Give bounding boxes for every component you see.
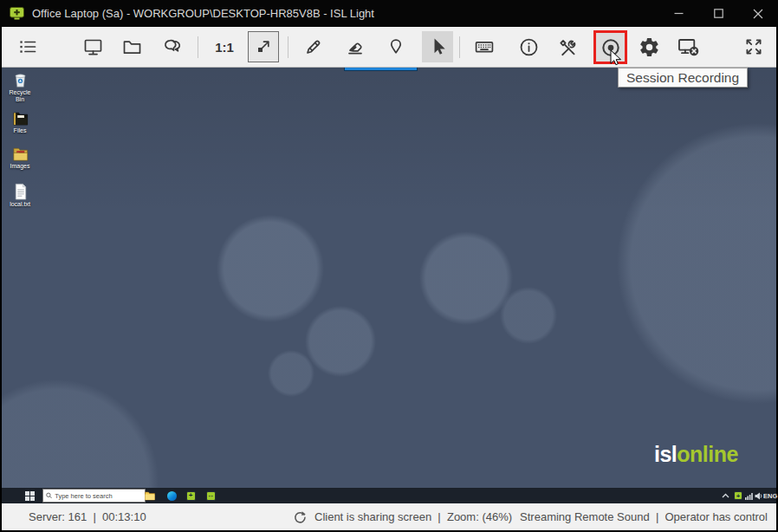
scale-1-1-button[interactable]: 1:1 [209,31,240,62]
islonline-logo-online: online [677,442,738,466]
fit-screen-icon [253,36,274,57]
fit-screen-button[interactable] [248,31,279,62]
cursor-arrow-icon [426,36,449,58]
folder-icon [121,36,143,57]
toolbar-separator [459,36,460,58]
toolbar-separator [198,36,198,58]
monitor-icon [82,36,104,57]
sync-icon [293,510,307,524]
maximize-icon [714,9,723,18]
close-icon [753,9,763,19]
pointer-pin-icon [386,36,406,57]
files-folder-icon [11,108,29,127]
taskbar-isl-light-icon[interactable]: + [185,490,196,501]
desktop-icon-label: Images [4,163,36,170]
images-folder-icon [11,144,29,162]
toolbar-separator [288,36,289,58]
eraser-icon [344,36,366,57]
status-server-timer: Server: 161 | 00:13:10 [29,503,146,530]
titlebar: Office Laptop (Sa) - WORKGROUP\DESKTOP-H… [0,0,778,27]
session-menu-button[interactable] [12,31,43,62]
chat-icon [161,36,184,57]
status-sharing-zoom: Client is sharing screen | Zoom: (46%) [293,503,512,530]
desktop-icon-recycle-bin[interactable]: Recycle Bin [4,70,36,103]
search-input[interactable] [55,492,142,500]
session-recording-tooltip: Session Recording [618,68,748,88]
settings-button[interactable] [633,31,665,62]
desktop-icon-files[interactable]: Files [4,108,36,134]
islonline-logo-isl: isl [654,442,677,466]
draw-button[interactable] [298,31,329,62]
minimize-icon [674,9,684,18]
remote-desktop-view[interactable]: Recycle Bin Files Images [2,68,776,488]
end-session-button[interactable] [673,31,704,62]
tray-network-icon[interactable] [745,488,753,503]
taskbar-edge-icon[interactable] [166,490,177,501]
tools-button[interactable] [552,31,583,62]
toolbar: 1:1 [2,27,776,68]
statusbar: Server: 161 | 00:13:10 Client is sharing… [2,503,776,530]
scale-1-1-label: 1:1 [215,40,234,55]
status-sharing-zoom-text: Client is sharing screen | Zoom: (46%) [314,503,512,530]
info-button[interactable] [513,31,544,62]
close-button[interactable] [738,0,778,27]
chat-button[interactable] [157,31,188,62]
remote-taskbar: + ↔ + ENG [2,488,776,503]
isl-light-app-icon [10,7,24,20]
tray-speaker-icon[interactable] [755,488,763,503]
keyboard-icon [472,36,496,57]
window-controls [658,0,778,27]
maximize-button[interactable] [698,0,738,27]
select-cursor-button[interactable] [422,31,453,62]
islonline-logo: islonline [654,441,738,467]
search-icon [46,492,52,499]
gear-icon [639,36,660,58]
desktop-icon-images[interactable]: Images [4,144,36,170]
status-sound-control: Streaming Remote Sound | Operator has co… [520,503,768,530]
monitors-button[interactable] [77,31,108,62]
text-file-icon [11,182,29,200]
session-list-icon [16,36,39,57]
taskbar-file-explorer-icon[interactable] [145,490,155,501]
erase-button[interactable] [340,31,371,62]
tray-language-indicator[interactable]: ENG [763,488,777,503]
mouse-pointer-icon [610,49,624,68]
windows-start-icon[interactable] [25,491,35,501]
pencil-icon [302,36,325,57]
desktop-icon-label: local.txt [4,201,36,208]
window-title: Office Laptop (Sa) - WORKGROUP\DESKTOP-H… [32,7,374,20]
fullscreen-button[interactable] [738,31,769,62]
desktop-icon-label: Files [4,127,36,134]
tray-isl-icon[interactable]: + [734,488,742,503]
tray-chevron-up-icon[interactable] [722,488,729,503]
taskbar-search-box[interactable] [42,489,146,503]
minimize-button[interactable] [658,0,698,27]
laser-pointer-button[interactable] [380,31,412,62]
isl-light-window: Office Laptop (Sa) - WORKGROUP\DESKTOP-H… [0,0,778,532]
keyboard-button[interactable] [469,31,500,62]
tools-icon [556,36,579,58]
remote-isl-tab [344,68,418,71]
info-icon [518,36,540,58]
desktop-icon-label: Recycle Bin [4,89,36,103]
fullscreen-icon [742,36,765,58]
taskbar-isl-connect-icon[interactable]: ↔ [205,490,216,501]
file-transfer-button[interactable] [116,31,147,62]
desktop-icon-local-txt[interactable]: local.txt [4,182,36,208]
recycle-bin-icon [11,70,29,88]
end-session-icon [676,36,702,58]
